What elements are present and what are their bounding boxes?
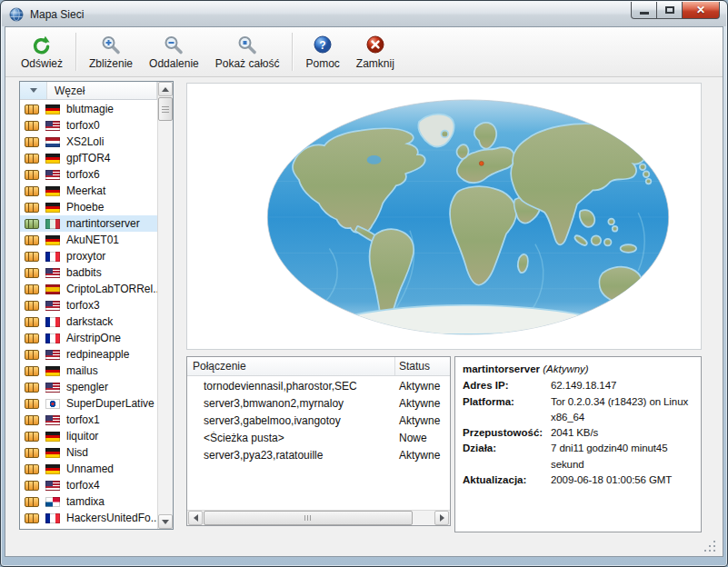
scroll-up-button[interactable] xyxy=(158,82,173,96)
relay-name: redpineapple xyxy=(66,348,129,361)
relay-list-item[interactable]: torfox6 xyxy=(20,166,157,183)
relay-name: liquitor xyxy=(66,430,98,443)
relay-list-item[interactable]: torfox4 xyxy=(20,477,157,493)
relay-list-item[interactable]: redpineapple xyxy=(20,346,157,363)
connections-panel: Połączenie Status tornodeviennasil,pharo… xyxy=(186,356,451,526)
relay-status-icon xyxy=(25,448,39,458)
toolbar-label: Odśwież xyxy=(21,57,63,70)
relay-list-item[interactable]: SuperDuperLative xyxy=(20,395,157,412)
connection-row[interactable]: server3,bmwanon2,myrnaloy Aktywne xyxy=(187,394,450,412)
node-column-header[interactable]: Węzeł xyxy=(47,82,157,99)
close-map-button[interactable]: Zamknij xyxy=(348,32,403,72)
relay-list-item[interactable]: mailus xyxy=(20,363,157,379)
scroll-down-button[interactable] xyxy=(158,514,173,529)
relay-status-icon xyxy=(25,104,39,114)
relay-name: HackersUnitedFo... xyxy=(66,512,157,524)
toolbar-label: Zbliżenie xyxy=(89,57,133,70)
relay-list-item[interactable]: blutmagie xyxy=(20,101,157,117)
detail-row: Adres IP: 62.149.18.147 xyxy=(463,378,693,393)
relay-list-item[interactable]: Phoebe xyxy=(20,199,157,215)
scrollbar-thumb[interactable] xyxy=(204,511,413,525)
detail-label: Adres IP: xyxy=(463,378,551,393)
relay-name: proxytor xyxy=(66,250,105,263)
relay-status-icon xyxy=(25,317,39,327)
connection-row[interactable]: server3,pya23,ratatouille Aktywne xyxy=(187,446,450,463)
relay-name: blutmagie xyxy=(66,103,114,115)
minimize-button[interactable] xyxy=(631,2,657,19)
country-flag-icon xyxy=(45,284,60,294)
relay-name: torfox6 xyxy=(66,168,100,181)
country-flag-icon xyxy=(45,137,60,147)
relay-list-item[interactable]: badbits xyxy=(20,264,157,281)
country-flag-icon xyxy=(45,203,60,213)
status-column-header[interactable] xyxy=(20,82,47,99)
arrow-down-icon xyxy=(162,520,169,524)
relay-list-item[interactable]: torfox3 xyxy=(20,297,157,313)
title-bar[interactable]: Mapa Sieci ✕ xyxy=(2,2,726,26)
relay-status-icon xyxy=(25,513,39,523)
relay-list-item[interactable]: gpfTOR4 xyxy=(20,150,157,166)
zoom-in-icon xyxy=(100,35,122,56)
country-flag-icon xyxy=(45,448,60,458)
toolbar-label: Zamknij xyxy=(356,57,394,70)
relay-list-item[interactable]: Meerkat xyxy=(20,183,157,199)
relay-list-item[interactable]: HackersUnitedFo... xyxy=(20,510,157,526)
relay-name: torfox1 xyxy=(66,413,100,426)
relay-name: darkstack xyxy=(66,315,113,328)
resize-grip[interactable] xyxy=(704,540,716,552)
scroll-right-button[interactable] xyxy=(434,511,449,525)
connection-row[interactable]: server3,gabelmoo,ivangotoy Aktywne xyxy=(187,412,450,429)
status-column-header[interactable]: Status xyxy=(395,357,450,375)
close-icon: ✕ xyxy=(696,5,705,15)
zoom-out-button[interactable]: Oddalenie xyxy=(141,32,207,72)
relay-list-item[interactable]: torfox0 xyxy=(20,117,157,134)
relay-list-item[interactable]: CriptoLabTORRel... xyxy=(20,281,157,297)
relay-list: blutmagie torfox0 XS2Loli gpfTOR4 xyxy=(20,101,157,529)
relay-list-item[interactable]: Unnamed xyxy=(20,461,157,477)
circuit-status: Aktywne xyxy=(395,449,450,462)
relay-list-item[interactable]: AkuNET01 xyxy=(20,232,157,248)
relay-name: mailus xyxy=(66,364,98,377)
relay-list-item[interactable]: spengler xyxy=(20,379,157,395)
connections-list: tornodeviennasil,pharostor,SEC Aktywne s… xyxy=(187,377,450,510)
relay-list-item[interactable]: darkstack xyxy=(20,313,157,330)
relay-list-item[interactable]: tamdixa xyxy=(20,493,157,510)
connection-row[interactable]: tornodeviennasil,pharostor,SEC Aktywne xyxy=(187,377,450,394)
help-button[interactable]: ? Pomoc xyxy=(297,32,347,72)
detail-row: Przepustowość: 2041 KB/s xyxy=(463,425,693,441)
relay-name: gpfTOR4 xyxy=(66,152,110,164)
relay-list-item[interactable]: AirstripOne xyxy=(20,330,157,346)
toolbar-label: Oddalenie xyxy=(149,57,199,70)
relay-status-icon xyxy=(25,186,39,196)
map-view[interactable] xyxy=(186,83,702,350)
detail-value: Tor 0.2.0.34 (r18423) on Linux x86_64 xyxy=(551,394,693,426)
relay-list-item[interactable]: Nisd xyxy=(20,444,157,461)
zoom-out-icon xyxy=(163,35,184,56)
relay-list-item[interactable]: torfox1 xyxy=(20,412,157,428)
country-flag-icon xyxy=(45,219,60,229)
zoom-fit-button[interactable]: Pokaż całość xyxy=(207,32,288,72)
relay-list-item[interactable]: XS2Loli xyxy=(20,134,157,150)
refresh-button[interactable]: Odśwież xyxy=(13,32,71,72)
relay-status-icon xyxy=(25,399,39,409)
scroll-left-button[interactable] xyxy=(188,511,203,525)
close-window-button[interactable]: ✕ xyxy=(683,2,720,19)
scrollbar-thumb[interactable] xyxy=(158,97,173,121)
detail-label: Działa: xyxy=(463,441,551,472)
relay-list-item[interactable]: liquitor xyxy=(20,428,157,444)
maximize-button[interactable] xyxy=(657,2,683,19)
relay-list-item[interactable]: proxytor xyxy=(20,248,157,264)
relay-list-item[interactable]: martintorserver xyxy=(20,215,157,232)
detail-label: Aktualizacja: xyxy=(463,472,551,488)
connection-row[interactable]: <Ścieżka pusta> Nowe xyxy=(187,429,450,446)
connection-column-header[interactable]: Połączenie xyxy=(187,357,395,375)
zoom-in-button[interactable]: Zbliżenie xyxy=(81,32,141,72)
detail-value: 2009-06-18 01:00:56 GMT xyxy=(551,472,693,488)
relay-status-icon xyxy=(25,284,39,294)
country-flag-icon xyxy=(45,366,60,376)
country-flag-icon xyxy=(45,350,60,360)
relay-status-icon xyxy=(25,481,39,491)
country-flag-icon xyxy=(45,170,60,180)
detail-label: Przepustowość: xyxy=(463,425,551,441)
relay-status-icon xyxy=(25,137,39,147)
